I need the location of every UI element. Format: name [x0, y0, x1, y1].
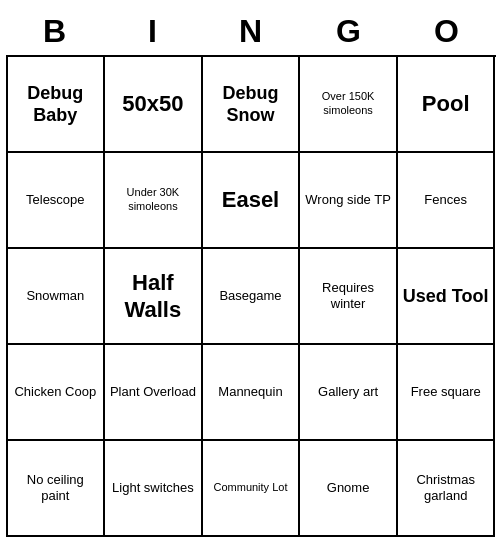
bingo-cell[interactable]: Community Lot — [203, 441, 301, 537]
bingo-cell[interactable]: Plant Overload — [105, 345, 203, 441]
letter-g: G — [305, 13, 393, 50]
bingo-cell[interactable]: Free square — [398, 345, 496, 441]
letter-o: O — [403, 13, 491, 50]
bingo-grid: Debug Baby50x50Debug SnowOver 150K simol… — [6, 55, 496, 537]
bingo-cell[interactable]: Debug Baby — [8, 57, 106, 153]
bingo-cell[interactable]: Basegame — [203, 249, 301, 345]
bingo-header: B I N G O — [6, 7, 496, 55]
bingo-cell[interactable]: Mannequin — [203, 345, 301, 441]
letter-b: B — [11, 13, 99, 50]
bingo-cell[interactable]: Snowman — [8, 249, 106, 345]
bingo-cell[interactable]: Telescope — [8, 153, 106, 249]
bingo-cell[interactable]: Pool — [398, 57, 496, 153]
bingo-cell[interactable]: Chicken Coop — [8, 345, 106, 441]
bingo-cell[interactable]: Gnome — [300, 441, 398, 537]
bingo-cell[interactable]: Wrong side TP — [300, 153, 398, 249]
bingo-cell[interactable]: Fences — [398, 153, 496, 249]
bingo-cell[interactable]: Gallery art — [300, 345, 398, 441]
bingo-cell[interactable]: Over 150K simoleons — [300, 57, 398, 153]
bingo-cell[interactable]: Easel — [203, 153, 301, 249]
bingo-card: B I N G O Debug Baby50x50Debug SnowOver … — [6, 7, 496, 537]
bingo-cell[interactable]: 50x50 — [105, 57, 203, 153]
letter-n: N — [207, 13, 295, 50]
bingo-cell[interactable]: Requires winter — [300, 249, 398, 345]
bingo-cell[interactable]: Under 30K simoleons — [105, 153, 203, 249]
letter-i: I — [109, 13, 197, 50]
bingo-cell[interactable]: Used Tool — [398, 249, 496, 345]
bingo-cell[interactable]: Light switches — [105, 441, 203, 537]
bingo-cell[interactable]: Christmas garland — [398, 441, 496, 537]
bingo-cell[interactable]: Debug Snow — [203, 57, 301, 153]
bingo-cell[interactable]: No ceiling paint — [8, 441, 106, 537]
bingo-cell[interactable]: Half Walls — [105, 249, 203, 345]
